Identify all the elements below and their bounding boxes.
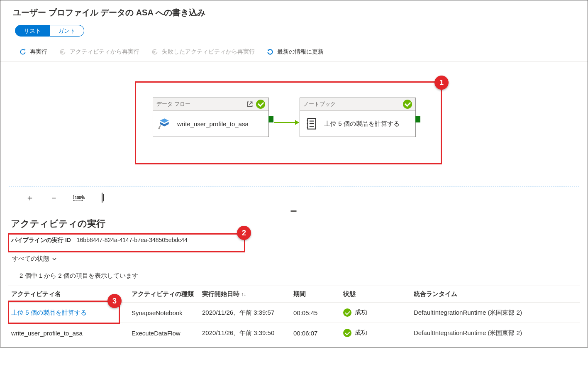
activity-name: 上位 5 個の製品を計算する <box>324 120 400 128</box>
zoom-fit-button[interactable] <box>98 193 107 203</box>
cell-ir: DefaultIntegrationRuntime (米国東部 2) <box>410 303 580 323</box>
success-connector <box>274 122 299 123</box>
view-list-button[interactable]: リスト <box>15 25 50 37</box>
table-header-row: アクティビティ名 アクティビティの種類 実行開始日時↑↓ 期間 状態 統合ランタ… <box>8 286 580 303</box>
open-external-icon[interactable] <box>246 100 254 108</box>
toolbar: 再実行 アクティビティから再実行 失敗したアクティビティから再実行 最新の情報に… <box>0 44 588 62</box>
table-row[interactable]: write_user_profile_to_asa ExecuteDataFlo… <box>8 323 580 343</box>
rerun-activity-icon <box>59 48 66 56</box>
canvas-tools: ＋ － 100% <box>0 186 588 207</box>
rerun-button[interactable]: 再実行 <box>19 48 47 56</box>
cell-duration: 00:06:07 <box>290 323 340 343</box>
col-start-time[interactable]: 実行開始日時↑↓ <box>199 286 290 303</box>
resize-handle[interactable]: ▬ <box>0 207 588 215</box>
col-activity-type[interactable]: アクティビティの種類 <box>128 286 199 303</box>
cell-duration: 00:05:45 <box>290 303 340 323</box>
col-duration[interactable]: 期間 <box>290 286 340 303</box>
cell-name: write_user_profile_to_asa <box>8 323 128 343</box>
callout-1: 1 <box>434 76 449 90</box>
status-success-icon <box>403 100 412 109</box>
notebook-icon <box>304 117 318 131</box>
status-success-icon <box>343 308 351 317</box>
refresh-label: 最新の情報に更新 <box>277 48 324 56</box>
rerun-from-activity-label: アクティビティから再実行 <box>70 48 139 56</box>
cell-type: SynapseNotebook <box>128 303 199 323</box>
pipeline-canvas[interactable]: 1 データ フロー write_user_profile_to_asa <box>9 62 579 186</box>
activity-name: write_user_profile_to_asa <box>177 120 249 127</box>
zoom-out-button[interactable]: － <box>49 192 59 203</box>
activity-dataflow[interactable]: データ フロー write_user_profile_to_asa <box>153 98 269 137</box>
rerun-failed-icon <box>151 48 159 56</box>
status-success-icon <box>256 100 265 109</box>
activity-type-label: データ フロー <box>156 100 190 108</box>
zoom-reset-button[interactable]: 100% <box>73 195 83 201</box>
page-title: ユーザー プロファイル データの ASA への書き込み <box>0 0 588 22</box>
refresh-icon <box>266 48 274 56</box>
chevron-down-icon <box>52 257 57 262</box>
dataflow-icon <box>157 117 171 131</box>
col-status[interactable]: 状態 <box>340 286 410 303</box>
status-success-icon <box>343 329 351 337</box>
pagination-summary: 2 個中 1 から 2 個の項目を表示しています <box>0 265 588 286</box>
cell-type: ExecuteDataFlow <box>128 323 199 343</box>
rerun-from-failed-label: 失敗したアクティビティから再実行 <box>162 48 255 56</box>
cell-status: 成功 <box>340 323 410 343</box>
annotation-box-2 <box>8 233 245 252</box>
col-integration-runtime[interactable]: 統合ランタイム <box>410 286 580 303</box>
cell-status: 成功 <box>340 303 410 323</box>
cell-start: 2020/11/26、午前 3:39:57 <box>199 303 290 323</box>
activity-type-label: ノートブック <box>303 100 336 108</box>
rerun-from-failed-button: 失敗したアクティビティから再実行 <box>151 48 255 56</box>
activity-runs-title: アクティビティの実行 <box>0 215 588 232</box>
refresh-button[interactable]: 最新の情報に更新 <box>266 48 324 56</box>
callout-2: 2 <box>237 226 251 240</box>
view-gantt-button[interactable]: ガント <box>50 25 84 37</box>
sort-icon: ↑↓ <box>241 291 246 297</box>
callout-3: 3 <box>107 294 122 308</box>
view-toggle: リスト ガント <box>15 25 575 37</box>
rerun-label: 再実行 <box>30 48 47 56</box>
cell-start: 2020/11/26、午前 3:39:50 <box>199 323 290 343</box>
cell-ir: DefaultIntegrationRuntime (米国東部 2) <box>410 323 580 343</box>
status-filter-label: すべての状態 <box>12 255 49 263</box>
rerun-icon <box>19 48 27 56</box>
zoom-in-button[interactable]: ＋ <box>25 192 34 203</box>
status-filter-dropdown[interactable]: すべての状態 <box>0 252 588 265</box>
activity-notebook[interactable]: ノートブック 上位 5 個の製品を計算する <box>300 98 416 137</box>
annotation-box-3 <box>8 301 120 324</box>
rerun-from-activity-button: アクティビティから再実行 <box>59 48 139 56</box>
